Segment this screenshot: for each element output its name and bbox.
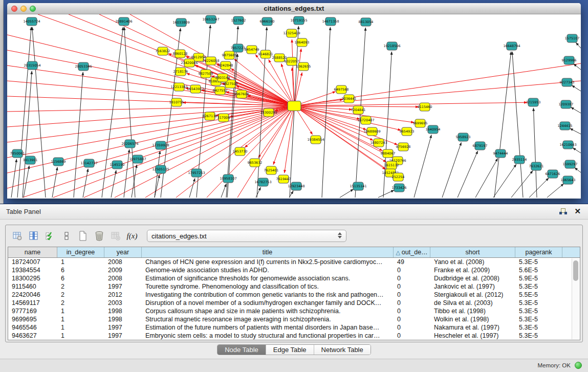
graph-node[interactable]: 7163822: [156, 47, 170, 55]
cell-out_degree[interactable]: 0: [394, 307, 430, 315]
cell-year[interactable]: 2008: [104, 258, 142, 266]
graph-node[interactable]: 1599297: [563, 160, 578, 168]
table-row[interactable]: 1456911722003Disruption of a novel membe…: [8, 299, 572, 307]
tab-edge-table[interactable]: Edge Table: [266, 345, 314, 355]
network-graph[interactable]: 1405572420891406160338091065324715276026…: [7, 14, 581, 199]
cell-name[interactable]: 9115460: [8, 282, 57, 291]
tab-node-table[interactable]: Node Table: [217, 345, 266, 355]
close-panel-icon[interactable]: ✕: [574, 207, 581, 216]
graph-node[interactable]: 7619447: [276, 175, 291, 183]
table-selector[interactable]: citations_edges.txt: [147, 230, 346, 242]
cell-title[interactable]: Estimation of the future numbers of pati…: [142, 323, 394, 332]
network-canvas[interactable]: 1405572420891406160338091065324715276026…: [7, 14, 581, 199]
graph-node[interactable]: 6879197: [473, 142, 488, 150]
cell-year[interactable]: 1998: [104, 307, 142, 315]
graph-node[interactable]: 20206576: [121, 140, 138, 148]
vertical-scrollbar[interactable]: [572, 258, 579, 339]
cell-out_degree[interactable]: 0: [394, 274, 430, 282]
cell-title[interactable]: Embryonic stem cells: a model to study s…: [142, 332, 394, 340]
graph-node[interactable]: 1156869: [51, 158, 66, 166]
cell-out_degree[interactable]: 0: [394, 291, 430, 299]
cell-year[interactable]: 2003: [104, 299, 142, 307]
delete-column-icon[interactable]: [92, 228, 107, 244]
graph-node[interactable]: 6497568: [334, 85, 349, 94]
cell-year[interactable]: 2012: [104, 291, 142, 299]
cell-in_degree[interactable]: 2: [57, 282, 104, 291]
cell-year[interactable]: 1998: [104, 315, 142, 323]
table-row[interactable]: 969969511998Structural magnetic resonanc…: [8, 315, 572, 323]
function-builder-icon[interactable]: f(x): [124, 228, 140, 244]
graph-node[interactable]: 16782753: [254, 178, 271, 186]
cell-title[interactable]: Corpus callosum shape and size in male p…: [142, 307, 394, 315]
graph-node[interactable]: 16033809: [172, 18, 189, 27]
zoom-window-button[interactable]: [30, 6, 36, 12]
cell-pagerank[interactable]: 5.5E-5: [515, 291, 562, 299]
graph-node[interactable]: 1209387: [559, 100, 574, 108]
cell-pagerank[interactable]: 5.3E-5: [515, 258, 562, 266]
cell-name[interactable]: 9465546: [8, 323, 57, 332]
graph-node[interactable]: 10975887: [129, 155, 146, 163]
table-row[interactable]: 2242004622012Investigating the contribut…: [8, 291, 572, 299]
scrollbar-thumb[interactable]: [573, 260, 578, 281]
cell-out_degree[interactable]: 0: [394, 323, 430, 332]
graph-node[interactable]: 9699695: [413, 119, 428, 127]
graph-node[interactable]: 6966160: [260, 17, 275, 26]
cell-year[interactable]: 1997: [104, 282, 142, 291]
graph-node[interactable]: 15135141: [350, 182, 366, 190]
tab-network-table[interactable]: Network Table: [314, 345, 371, 355]
graph-node[interactable]: 1615132: [384, 161, 399, 169]
column-header-in_degree[interactable]: in_degree: [57, 247, 104, 257]
graph-node[interactable]: 12325419: [283, 29, 300, 37]
graph-node[interactable]: 1527602: [231, 16, 246, 25]
cell-title[interactable]: Tourette syndrome. Phenomenology and cla…: [142, 282, 394, 291]
cell-in_degree[interactable]: 6: [57, 274, 104, 282]
graph-node[interactable]: 7632621: [529, 162, 544, 170]
cell-short[interactable]: Jankovic et al. (1997): [430, 282, 515, 291]
graph-node[interactable]: 14055724: [23, 17, 40, 26]
graph-node[interactable]: 252254: [392, 173, 405, 181]
graph-node[interactable]: 17957253: [188, 169, 205, 177]
cell-short[interactable]: Dudbridge et al. (2008): [430, 274, 515, 282]
graph-node[interactable]: 1810755: [169, 98, 184, 106]
cell-pagerank[interactable]: 5.3E-5: [515, 332, 562, 340]
cell-out_degree[interactable]: 0: [394, 332, 430, 340]
cell-pagerank[interactable]: 5.3E-5: [515, 307, 562, 315]
graph-node[interactable]: 9654923: [400, 127, 415, 136]
cell-short[interactable]: Yano et al. (2008): [430, 258, 515, 266]
graph-node[interactable]: 1640954: [426, 125, 441, 134]
cell-short[interactable]: Stergiakouli et al. (2012): [430, 291, 515, 299]
cell-pagerank[interactable]: 5.6E-5: [515, 266, 562, 274]
graph-node[interactable]: 16648794: [503, 42, 520, 50]
cell-title[interactable]: Genome-wide association studies in ADHD.: [142, 266, 394, 274]
cell-out_degree[interactable]: 0: [394, 266, 430, 274]
graph-node[interactable]: 19384554: [307, 136, 324, 144]
graph-node[interactable]: 9474444: [493, 149, 508, 158]
graph-node[interactable]: 9146821: [258, 50, 273, 58]
cell-name[interactable]: 18300295: [8, 274, 57, 282]
table-row[interactable]: 1830029562008Estimation of significance …: [8, 274, 572, 282]
graph-node[interactable]: 317006: [217, 114, 230, 122]
cell-title[interactable]: Disruption of a novel member of a sodium…: [142, 299, 394, 307]
cell-pagerank[interactable]: 5.3E-5: [515, 323, 562, 332]
cell-in_degree[interactable]: 6: [57, 266, 104, 274]
graph-node[interactable]: 1733426: [392, 184, 407, 192]
graph-node[interactable]: 9756928: [396, 143, 411, 151]
graph-node[interactable]: 14671358: [322, 17, 339, 26]
graph-node[interactable]: 10653247: [202, 15, 219, 24]
delete-table-icon[interactable]: [108, 228, 123, 244]
cell-in_degree[interactable]: 1: [57, 332, 104, 340]
cell-name[interactable]: 9463627: [8, 332, 57, 340]
cell-pagerank[interactable]: 5.9E-5: [515, 274, 562, 282]
row-check-icon[interactable]: [42, 228, 58, 244]
row-height-icon[interactable]: [59, 228, 74, 244]
graph-node[interactable]: 8813054: [359, 18, 374, 26]
cell-title[interactable]: Estimation of significance thresholds fo…: [142, 274, 394, 282]
cell-name[interactable]: 18724007: [8, 258, 57, 266]
cell-year[interactable]: 1997: [104, 323, 142, 332]
graph-node[interactable]: [288, 101, 301, 111]
graph-node[interactable]: 1065643: [561, 176, 576, 184]
graph-node[interactable]: 9242848: [219, 61, 233, 70]
cell-out_degree[interactable]: 0: [394, 315, 430, 323]
graph-node[interactable]: 19218506: [383, 42, 400, 50]
graph-node[interactable]: 9653632: [248, 159, 263, 167]
